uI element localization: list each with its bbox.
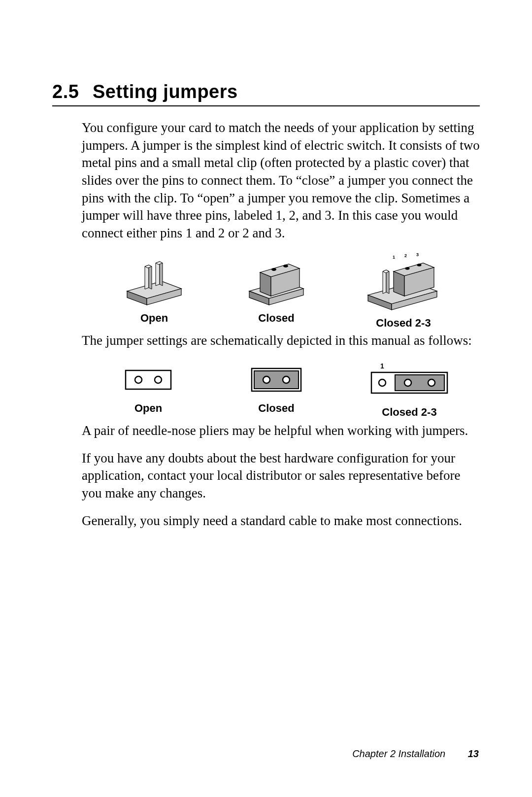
schematic-caption-closed: Closed: [227, 401, 326, 415]
svg-point-36: [379, 379, 386, 386]
figure-closed23-schematic: 1 Closed 2-3: [355, 362, 464, 419]
figure-caption-open: Open: [105, 311, 203, 325]
svg-marker-3: [145, 265, 149, 289]
svg-rect-32: [254, 371, 299, 389]
jumper-closed23-icon: 1 2 3: [359, 252, 448, 311]
schematic-closed-icon: [247, 362, 306, 396]
svg-point-33: [263, 376, 270, 383]
page-footer: Chapter 2 Installation 13: [352, 748, 479, 760]
svg-marker-21: [394, 271, 404, 296]
svg-marker-7: [160, 262, 163, 286]
svg-point-29: [135, 376, 142, 383]
schematic-closed23-icon: 1: [367, 362, 451, 400]
svg-point-16: [283, 265, 288, 267]
pin-label-3: 3: [416, 252, 419, 257]
jumper-open-icon: [117, 252, 191, 306]
figure-caption-closed23: Closed 2-3: [349, 316, 458, 330]
paragraph-2: The jumper settings are schematically de…: [82, 332, 481, 350]
schematic-caption-closed23: Closed 2-3: [355, 405, 464, 419]
svg-rect-37: [395, 375, 444, 391]
section-title: Setting jumpers: [93, 81, 238, 102]
svg-point-23: [405, 267, 410, 270]
footer-chapter: Chapter 2 Installation: [352, 748, 445, 759]
svg-point-38: [404, 379, 411, 386]
jumper-closed-icon: [239, 252, 313, 306]
figure-closed23-iso: 1 2 3: [349, 252, 458, 330]
schematic-pin-label-1: 1: [380, 362, 384, 370]
paragraph-4: If you have any doubts about the best ha…: [82, 450, 481, 502]
figure-closed-iso: Closed: [227, 252, 326, 330]
paragraph-3: A pair of needle-nose pliers may be help…: [82, 422, 481, 440]
svg-point-24: [417, 264, 422, 267]
svg-point-15: [271, 268, 276, 271]
footer-page-number: 13: [468, 748, 479, 759]
pin-label-2: 2: [404, 253, 407, 258]
schematic-open-icon: [119, 362, 178, 396]
svg-marker-13: [260, 272, 271, 296]
figure-open-schematic: Open: [99, 362, 198, 419]
pin-label-1: 1: [393, 255, 395, 260]
paragraph-5: Generally, you simply need a standard ca…: [82, 512, 481, 530]
svg-marker-25: [383, 270, 386, 294]
svg-marker-4: [149, 265, 152, 289]
svg-rect-28: [126, 370, 171, 389]
svg-point-30: [155, 376, 162, 383]
figure-row-schematic: Open Closed 1: [82, 362, 481, 419]
figure-open-iso: Open: [105, 252, 203, 330]
paragraph-1: You configure your card to match the nee…: [82, 119, 481, 242]
svg-marker-6: [156, 262, 160, 286]
svg-point-34: [283, 376, 290, 383]
svg-point-39: [428, 379, 435, 386]
svg-marker-26: [386, 270, 389, 294]
figure-closed-schematic: Closed: [227, 362, 326, 419]
figure-caption-closed: Closed: [227, 311, 326, 325]
schematic-caption-open: Open: [99, 401, 198, 415]
figure-row-isometric: Open: [82, 252, 481, 330]
section-number: 2.5: [52, 81, 93, 102]
section-heading: 2.5Setting jumpers: [52, 81, 480, 106]
